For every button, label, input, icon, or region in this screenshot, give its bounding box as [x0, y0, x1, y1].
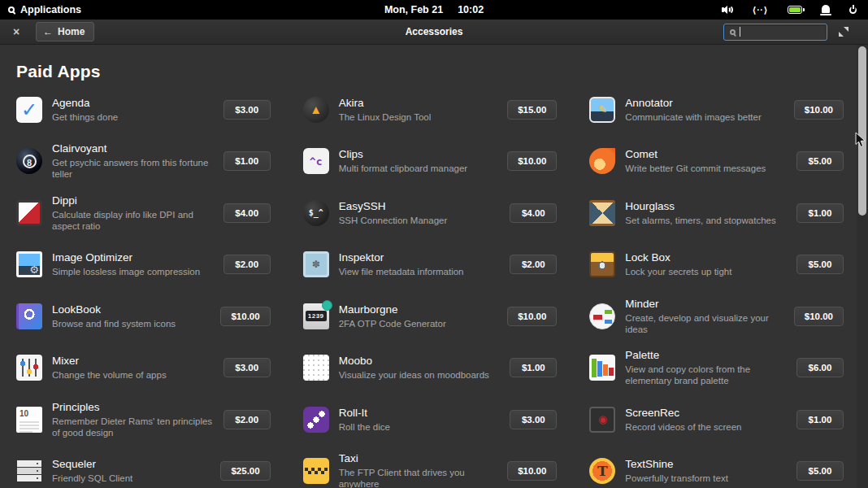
app-row[interactable]: Sequeler Friendly SQL Client $25.00 [16, 446, 271, 488]
app-description: The Linux Design Tool [339, 111, 501, 123]
price-button[interactable]: $15.00 [507, 100, 557, 120]
volume-icon[interactable] [722, 5, 733, 15]
moobo-icon [303, 355, 329, 381]
app-description: Remember Dieter Rams' ten principles of … [52, 416, 217, 438]
app-name: Palette [625, 349, 790, 362]
price-button[interactable]: $3.00 [510, 410, 557, 429]
akira-icon: ▲ [303, 97, 329, 123]
scrollbar-track[interactable] [857, 45, 868, 488]
taxi-icon [303, 458, 329, 484]
app-row[interactable]: ✎ Annotator Communicate with images bett… [589, 84, 844, 136]
app-name: Clairvoyant [52, 142, 217, 155]
price-button[interactable]: $2.00 [224, 255, 271, 274]
app-description: Calculate display info like DPI and aspe… [52, 209, 217, 232]
app-row[interactable]: ▲ Akira The Linux Design Tool $15.00 [303, 84, 558, 136]
price-button[interactable]: $4.00 [510, 203, 557, 223]
price-button[interactable]: $3.00 [224, 100, 271, 120]
close-window-button[interactable]: × [8, 25, 24, 38]
dippi-icon [16, 200, 42, 226]
app-description: Simple lossless image compression [52, 266, 217, 277]
price-button[interactable]: $5.00 [796, 461, 844, 481]
sequeler-icon [16, 458, 42, 484]
app-name: Dippi [52, 194, 217, 207]
price-button[interactable]: $1.00 [796, 410, 844, 429]
app-row[interactable]: Lock Box Lock your secrets up tight $5.0… [589, 239, 844, 291]
palette-icon [589, 355, 615, 381]
price-button[interactable]: $10.00 [794, 100, 844, 120]
price-button[interactable]: $10.00 [220, 307, 270, 326]
price-button[interactable]: $2.00 [510, 255, 557, 274]
app-row[interactable]: Moobo Visualize your ideas on moodboards… [303, 342, 558, 394]
price-button[interactable]: $3.00 [224, 358, 271, 377]
clairvoyant-icon: 8 [16, 148, 42, 174]
search-entry[interactable] [723, 24, 827, 41]
apps-grid: ✓ Agenda Get things done $3.00 ▲ Akira T… [16, 84, 844, 488]
price-button[interactable]: $1.00 [510, 358, 557, 377]
app-row[interactable]: Taxi The FTP Client that drives you anyw… [303, 446, 558, 488]
price-button[interactable]: $1.00 [224, 151, 271, 171]
app-row[interactable]: 10 Principles Remember Dieter Rams' ten … [16, 394, 271, 446]
price-button[interactable]: $5.00 [796, 255, 844, 274]
panel-time: 10:02 [458, 4, 484, 15]
app-name: TextShine [625, 458, 790, 471]
price-button[interactable]: $5.00 [796, 151, 844, 171]
price-button[interactable]: $10.00 [794, 307, 844, 326]
network-icon[interactable]: ⟨··⟩ [753, 5, 768, 15]
app-name: Taxi [339, 452, 501, 465]
app-row[interactable]: Roll-It Roll the dice $3.00 [303, 394, 558, 446]
paid-apps-heading: Paid Apps [16, 61, 844, 82]
app-row[interactable]: Palette View and copy colors from the el… [589, 342, 844, 394]
app-row[interactable]: Mixer Change the volume of apps $3.00 [16, 342, 271, 394]
app-row[interactable]: $_^ EasySSH SSH Connection Manager $4.00 [303, 187, 558, 239]
app-row[interactable]: ◉ ScreenRec Record videos of the screen … [589, 394, 844, 446]
page-title: Accessories [406, 26, 463, 37]
app-row[interactable]: Comet Write better Git commit messages $… [589, 136, 844, 188]
price-button[interactable]: $10.00 [507, 151, 557, 171]
price-button[interactable]: $6.00 [796, 358, 844, 377]
price-button[interactable]: $1.00 [796, 203, 844, 223]
app-row[interactable]: Minder Create, develop and visualize you… [589, 290, 844, 342]
app-list-view: Paid Apps ✓ Agenda Get things done $3.00… [0, 45, 868, 488]
panel-date: Mon, Feb 21 [384, 4, 443, 15]
app-name: Annotator [625, 97, 787, 110]
minder-icon [589, 303, 615, 329]
home-button[interactable]: ← Home [36, 22, 94, 41]
easyssh-icon: $_^ [303, 200, 329, 226]
app-row[interactable]: ⚙ Image Optimizer Simple lossless image … [16, 239, 271, 291]
app-row[interactable]: 1239 Maurborgne 2FA OTP Code Generator $… [303, 290, 558, 342]
app-row[interactable]: ✓ Agenda Get things done $3.00 [16, 84, 271, 136]
app-description: Set alarms, timers, and stopwatches [625, 215, 790, 226]
app-name: Roll-It [339, 407, 504, 420]
app-row[interactable]: T TextShine Powerfully transform text $5… [589, 446, 844, 488]
app-row[interactable]: 8 Clairvoyant Get psychic answers from t… [16, 136, 271, 188]
notifications-icon[interactable] [822, 5, 830, 13]
app-name: Minder [625, 298, 787, 311]
app-row[interactable]: ^c Clips Multi format clipboard manager … [303, 136, 558, 188]
home-button-label: Home [58, 26, 85, 37]
textshine-icon: T [589, 458, 615, 484]
inspektor-icon: ✽ [303, 251, 329, 277]
app-description: Friendly SQL Client [52, 473, 214, 484]
power-icon[interactable] [849, 7, 857, 14]
price-button[interactable]: $10.00 [507, 461, 557, 481]
price-button[interactable]: $4.00 [224, 203, 271, 223]
price-button[interactable]: $10.00 [507, 307, 557, 326]
datetime-indicator[interactable]: Mon, Feb 21 10:02 [384, 4, 484, 15]
hourglass-icon [589, 200, 615, 226]
unmaximize-icon[interactable] [839, 27, 848, 37]
app-row[interactable]: ✽ Inspektor View file metadata informati… [303, 239, 558, 291]
app-row[interactable]: Dippi Calculate display info like DPI an… [16, 187, 271, 239]
search-input[interactable] [744, 26, 821, 37]
applications-menu[interactable]: Applications [8, 4, 81, 15]
app-row[interactable]: Hourglass Set alarms, timers, and stopwa… [589, 187, 844, 239]
price-button[interactable]: $25.00 [220, 461, 270, 481]
app-row[interactable]: LookBook Browse and find system icons $1… [16, 290, 271, 342]
annotator-icon: ✎ [589, 97, 615, 123]
battery-icon[interactable] [788, 6, 802, 14]
search-icon [730, 29, 736, 35]
scrollbar-thumb[interactable] [858, 46, 866, 216]
app-name: ScreenRec [625, 407, 790, 420]
price-button[interactable]: $2.00 [224, 410, 271, 429]
headerbar: × ← Home Accessories [0, 20, 868, 45]
system-panel: Applications Mon, Feb 21 10:02 ⟨··⟩ [0, 0, 868, 20]
